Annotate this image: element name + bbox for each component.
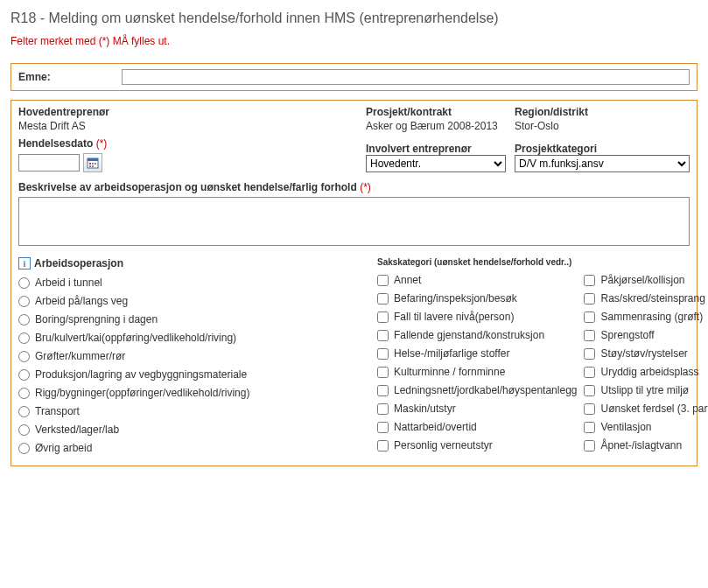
ops-radio[interactable] (18, 388, 30, 399)
cat-checkbox[interactable] (584, 422, 595, 433)
cat-checkbox[interactable] (584, 385, 595, 396)
cat-label: Maskin/utstyr (394, 402, 456, 416)
ops-radio[interactable] (18, 296, 30, 307)
dato-label: Hendelsesdato (18, 137, 93, 150)
ops-radio[interactable] (18, 443, 30, 454)
cat-label: Personlig verneutstyr (394, 439, 493, 452)
cat-label: Fallende gjenstand/konstruksjon (394, 329, 544, 342)
cat-item[interactable]: Sprengstoff (584, 329, 708, 342)
cat-checkbox[interactable] (584, 330, 595, 341)
cat-checkbox[interactable] (584, 348, 595, 360)
ops-radio[interactable] (18, 332, 30, 344)
cat-checkbox[interactable] (377, 348, 389, 360)
cat-checkbox[interactable] (377, 275, 389, 286)
cat-item[interactable]: Fall til lavere nivå(person) (377, 311, 577, 324)
ops-header: i Arbeidsoperasjon (18, 257, 368, 270)
ops-item[interactable]: Rigg/bygninger(oppføringer/vedlikehold/r… (18, 387, 368, 400)
cat-item[interactable]: Nattarbeid/overtid (377, 421, 577, 434)
cat-checkbox[interactable] (584, 275, 595, 286)
cat-checkbox[interactable] (584, 293, 595, 304)
calendar-button[interactable] (83, 153, 102, 172)
cat-checkbox[interactable] (377, 440, 389, 452)
ops-radio[interactable] (18, 351, 30, 362)
ops-item[interactable]: Arbeid i tunnel (18, 276, 368, 290)
required-note: Felter merket med (*) MÅ fylles ut. (11, 35, 697, 47)
cat-label: Påkjørsel/kollisjon (600, 274, 684, 287)
region-value: Stor-Oslo (515, 118, 690, 132)
cat-checkbox[interactable] (584, 312, 595, 323)
ops-item[interactable]: Bru/kulvert/kai(oppføring/vedlikehold/ri… (18, 332, 368, 345)
svg-rect-6 (92, 165, 94, 167)
region-label: Region/distrikt (515, 106, 690, 118)
cat-item[interactable]: Støy/støv/rystelser (584, 347, 708, 360)
cat-item[interactable]: Åpnet-/islagtvann (584, 439, 708, 452)
cat-item[interactable]: Annet (377, 274, 577, 287)
ops-item[interactable]: Verksted/lager/lab (18, 424, 368, 437)
cat-item[interactable]: Maskin/utstyr (377, 402, 577, 416)
cat-label: Åpnet-/islagtvann (600, 439, 682, 452)
cats-header: Sakskategori (uønsket hendelse/forhold v… (377, 257, 708, 267)
cat-item[interactable]: Befaring/inspeksjon/besøk (377, 292, 577, 305)
ops-label: Produksjon/lagring av vegbyggningsmateri… (35, 368, 247, 382)
cat-checkbox[interactable] (584, 403, 595, 415)
cat-checkbox[interactable] (584, 440, 595, 452)
cat-checkbox[interactable] (377, 293, 389, 304)
ops-label: Øvrig arbeid (35, 442, 92, 455)
ops-radio[interactable] (18, 406, 30, 417)
cat-item[interactable]: Fallende gjenstand/konstruksjon (377, 329, 577, 342)
ops-label: Transport (35, 405, 80, 418)
subject-label: Emne: (18, 71, 115, 83)
cat-checkbox[interactable] (377, 367, 389, 378)
cat-label: Sprengstoff (600, 329, 654, 342)
ops-label: Bru/kulvert/kai(oppføring/vedlikehold/ri… (35, 332, 236, 345)
cat-item[interactable]: Ras/skred/steinsprang (584, 292, 708, 305)
kategori-select[interactable]: D/V m.funksj.ansv (515, 155, 690, 172)
ops-label: Arbeid i tunnel (35, 276, 102, 290)
ops-item[interactable]: Transport (18, 405, 368, 418)
hoved-label: Hovedentreprenør (18, 106, 357, 118)
ops-radio[interactable] (18, 424, 30, 436)
cat-checkbox[interactable] (377, 422, 389, 433)
cat-label: Helse-/miljøfarlige stoffer (394, 347, 509, 360)
subject-input[interactable] (122, 69, 690, 85)
cat-label: Uryddig arbeidsplass (600, 366, 698, 379)
ops-item[interactable]: Grøfter/kummer/rør (18, 350, 368, 363)
cat-label: Fall til lavere nivå(person) (394, 311, 514, 324)
involvert-select[interactable]: Hovedentr. (366, 155, 506, 172)
desc-required: (*) (360, 181, 371, 193)
cat-item[interactable]: Påkjørsel/kollisjon (584, 274, 708, 287)
cat-checkbox[interactable] (377, 403, 389, 415)
cat-label: Ventilasjon (600, 421, 651, 434)
calendar-icon (87, 157, 99, 169)
ops-label: Arbeid på/langs veg (35, 295, 128, 308)
cat-item[interactable]: Uønsket ferdsel (3. part) (584, 402, 708, 416)
subject-box: Emne: (11, 63, 697, 91)
desc-textarea[interactable] (18, 197, 690, 246)
ops-radio[interactable] (18, 277, 30, 289)
cat-item[interactable]: Kulturminne / fornminne (377, 366, 577, 379)
cat-item[interactable]: Personlig verneutstyr (377, 439, 577, 452)
cat-checkbox[interactable] (377, 330, 389, 341)
cat-checkbox[interactable] (584, 367, 595, 378)
ops-item[interactable]: Øvrig arbeid (18, 442, 368, 455)
involvert-label: Involvert entreprenør (366, 143, 506, 155)
cat-item[interactable]: Ledningsnett/jordkabel/høyspentanlegg (377, 384, 577, 397)
cat-item[interactable]: Utslipp til ytre miljø (584, 384, 708, 397)
ops-item[interactable]: Produksjon/lagring av vegbyggningsmateri… (18, 368, 368, 382)
cat-checkbox[interactable] (377, 385, 389, 396)
cat-item[interactable]: Ventilasjon (584, 421, 708, 434)
svg-rect-5 (89, 165, 91, 167)
cat-item[interactable]: Uryddig arbeidsplass (584, 366, 708, 379)
ops-radio[interactable] (18, 369, 30, 381)
ops-item[interactable]: Boring/sprengning i dagen (18, 313, 368, 326)
cat-item[interactable]: Sammenrasing (grøft) (584, 311, 708, 324)
cat-checkbox[interactable] (377, 312, 389, 323)
cat-item[interactable]: Helse-/miljøfarlige stoffer (377, 347, 577, 360)
prosjekt-value: Asker og Bærum 2008-2013 (366, 118, 506, 132)
ops-radio[interactable] (18, 314, 30, 326)
info-icon: i (18, 257, 31, 270)
dato-input[interactable] (18, 154, 80, 172)
cat-label: Utslipp til ytre miljø (600, 384, 689, 397)
page-title: R18 - Melding om uønsket hendelse/forhol… (11, 10, 697, 26)
ops-item[interactable]: Arbeid på/langs veg (18, 295, 368, 308)
